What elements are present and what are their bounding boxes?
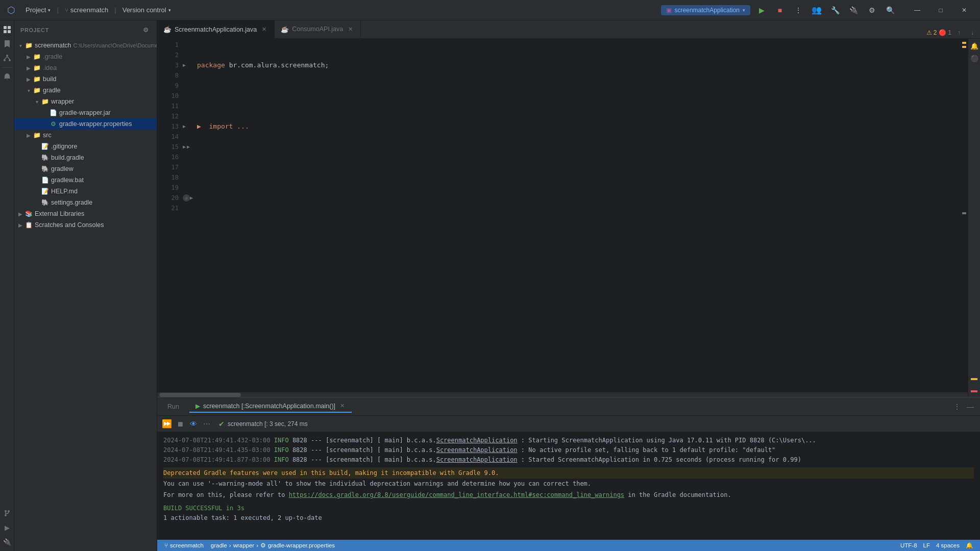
svg-line-7 (5, 57, 7, 59)
tree-item-scratches[interactable]: ▶ 📋 Scratches and Consoles (14, 219, 157, 231)
bottom-tab-screenmatch[interactable]: ▶ screenmatch [:ScreenmatchApplication.m… (189, 400, 352, 413)
statusbar-notifications[interactable]: 🔔 (963, 540, 976, 551)
scroll-up-button[interactable]: ↑ (953, 27, 965, 38)
console-warn-line: Deprecated Gradle features were used in … (163, 467, 974, 479)
tree-item-gitignore[interactable]: 📝 .gitignore (14, 141, 157, 152)
tree-item-build[interactable]: ▶ 📁 build (14, 73, 157, 85)
statusbar-gradle[interactable]: gradle › wrapper › ⚙ gradle-wrapper.prop… (208, 540, 338, 551)
tree-item-external-libs[interactable]: ▶ 📚 External Libraries (14, 208, 157, 219)
tree-label-help-md: HELP.md (51, 188, 78, 195)
sidebar-item-run[interactable]: ▶ (1, 521, 13, 534)
run-settings-button[interactable]: ⋯ (201, 418, 212, 430)
settings-button[interactable]: ⚙ (865, 3, 879, 17)
branch-selector[interactable]: ⑂ screenmatch (61, 5, 112, 15)
tree-item-screenmatch[interactable]: ▾ 📁 screenmatch C:\Users\ruanc\OneDrive\… (14, 40, 157, 51)
side-icon-notifications[interactable]: 🔔 (969, 41, 979, 51)
tree-item-settings-gradle[interactable]: 🐘 settings.gradle (14, 197, 157, 208)
file-icon-wrapper-props: ⚙ (49, 120, 57, 128)
statusbar-right: UTF-8 LF 4 spaces 🔔 (897, 540, 976, 551)
minimize-button[interactable]: — (905, 2, 929, 18)
tree-spacer-build-gradle (33, 154, 41, 162)
tree-item-gradle-hidden[interactable]: ▶ 📁 .gradle (14, 51, 157, 62)
file-icon-build-gradle: 🐘 (41, 154, 49, 162)
tree-item-gradle[interactable]: ▾ 📁 gradle (14, 85, 157, 96)
tree-label-gradlew-bat: gradlew.bat (51, 177, 84, 184)
tree-item-wrapper-props[interactable]: ⚙ gradle-wrapper.properties (14, 118, 157, 130)
tools-button[interactable]: 🔧 (828, 3, 842, 17)
scroll-end-button[interactable]: 👁 (188, 418, 199, 430)
code-editor[interactable]: 12389101112131415161718192021 ▶ (157, 39, 968, 215)
tree-item-gradlew[interactable]: 🐘 gradlew (14, 163, 157, 174)
bottom-tab-close[interactable]: ✕ (338, 403, 346, 410)
side-icon-error2[interactable]: ▬ (969, 385, 979, 395)
sidebar-item-notifications[interactable] (1, 71, 13, 83)
statusbar-sep2: › (256, 542, 258, 548)
search-button[interactable]: 🔍 (883, 3, 897, 17)
app-logo: ⬡ (4, 3, 18, 17)
tab-consumo-api[interactable]: ☕ ConsumoAPI.java ✕ (275, 20, 361, 38)
sidebar-item-structure[interactable] (1, 52, 13, 64)
side-icon-warning[interactable]: ▬ (969, 372, 979, 383)
scroll-down-button[interactable]: ↓ (967, 27, 978, 38)
console-line-2: 2024-07-08T21:49:41.435-03:00 INFO 8828 … (163, 445, 974, 455)
h-scroll-thumb (159, 393, 241, 397)
tree-item-gradlew-bat[interactable]: 📄 gradlew.bat (14, 174, 157, 186)
horizontal-scrollbar[interactable] (157, 392, 968, 397)
sidebar-gear-icon[interactable]: ⚙ (141, 26, 151, 35)
statusbar-line-sep[interactable]: LF (920, 540, 933, 551)
bottom-more-options[interactable]: ⋮ (951, 401, 963, 412)
bottom-panel: Run ▶ screenmatch [:ScreenmatchApplicati… (157, 397, 980, 540)
sidebar-item-project[interactable] (1, 23, 13, 36)
console-docs-link[interactable]: https://docs.gradle.org/8.8/userguide/co… (289, 491, 624, 498)
tree-label-build-gradle: build.gradle (51, 154, 84, 161)
tree-label-gitignore: .gitignore (51, 143, 77, 150)
project-menu[interactable]: Project ▾ (21, 5, 55, 15)
run-button[interactable]: ▶ (754, 3, 769, 17)
error-count[interactable]: 🔴 1 (939, 29, 951, 36)
rerun-button[interactable]: ⏩ (161, 418, 173, 430)
run-config-selector[interactable]: ▣ screenmatchApplication ▾ (661, 5, 750, 15)
statusbar-indent[interactable]: 4 spaces (933, 540, 963, 551)
warning-count[interactable]: ⚠ 2 (926, 29, 937, 36)
tree-item-src[interactable]: ▶ 📁 src (14, 130, 157, 141)
fold-arrows-gutter: ▶ ▶ ▶▶ (183, 39, 193, 215)
sidebar-item-bookmark[interactable] (1, 38, 13, 50)
tree-item-wrapper-jar[interactable]: 📄 gradle-wrapper.jar (14, 107, 157, 118)
warning-marker-2 (962, 46, 966, 48)
tab-close-consumo[interactable]: ✕ (346, 25, 354, 33)
tree-item-idea[interactable]: ▶ 📁 .idea (14, 62, 157, 73)
statusbar-file-label: gradle-wrapper.properties (268, 542, 335, 548)
tab-screenmatch-application[interactable]: ☕ ScreenmatchApplication.java ✕ (157, 20, 275, 38)
version-control-menu[interactable]: Version control ▾ (118, 5, 175, 15)
statusbar-wrapper-label: wrapper (233, 542, 255, 548)
sidebar-item-plugins[interactable]: 🔌 (1, 536, 13, 548)
window-controls: — □ ✕ (905, 2, 976, 18)
statusbar-encoding[interactable]: UTF-8 (897, 540, 920, 551)
sidebar-item-git[interactable] (1, 507, 13, 519)
tree-item-build-gradle[interactable]: 🐘 build.gradle (14, 152, 157, 163)
stop-run-button[interactable]: ⏹ (175, 418, 186, 430)
tree-item-help-md[interactable]: 📝 HELP.md (14, 186, 157, 197)
statusbar-branch[interactable]: ⑂ screenmatch (161, 540, 207, 551)
side-icon-error[interactable]: ⚫ (969, 53, 979, 63)
console-actionable-line: 1 actionable task: 1 executed, 2 up-to-d… (163, 513, 974, 522)
editor-empty-space (157, 215, 968, 392)
tree-label-external-libs: External Libraries (35, 210, 84, 217)
tree-label-wrapper-props: gradle-wrapper.properties (59, 120, 132, 128)
plugins-button[interactable]: 🔌 (846, 3, 861, 17)
stop-button[interactable]: ■ (773, 3, 787, 17)
close-button[interactable]: ✕ (952, 2, 976, 18)
maximize-button[interactable]: □ (929, 2, 952, 18)
people-button[interactable]: 👥 (810, 3, 824, 17)
console-warn-text: Deprecated Gradle features were used in … (163, 467, 974, 479)
warning-number: 2 (934, 29, 937, 36)
bottom-minimize-btn[interactable]: — (965, 401, 976, 412)
console-output: 2024-07-08T21:49:41.432-03:00 INFO 8828 … (157, 432, 980, 540)
error-icon: 🔴 (939, 29, 946, 36)
folder-icon-scratches: 📋 (24, 221, 33, 229)
tab-close-screenmatch[interactable]: ✕ (260, 26, 268, 34)
bottom-tab-run[interactable]: Run (161, 401, 185, 412)
tree-item-wrapper[interactable]: ▾ 📁 wrapper (14, 96, 157, 107)
more-run-options[interactable]: ⋮ (791, 3, 805, 17)
folder-icon-idea: 📁 (33, 64, 41, 72)
